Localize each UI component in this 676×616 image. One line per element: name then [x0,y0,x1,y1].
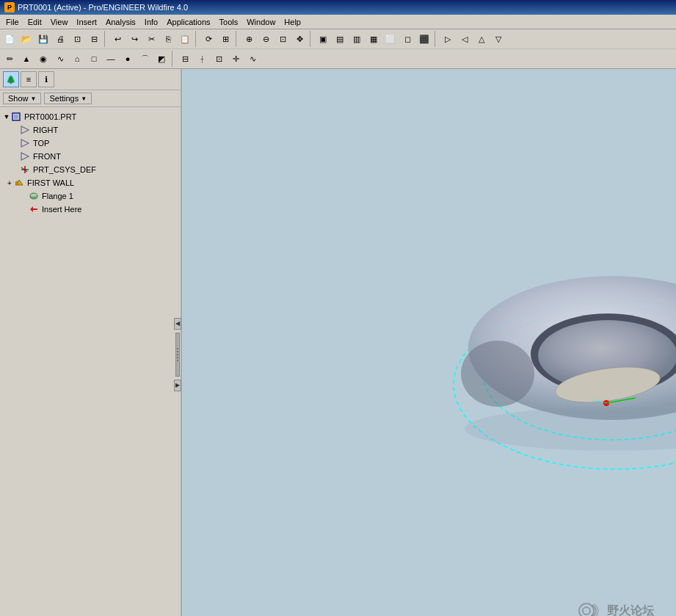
svg-marker-2 [21,126,29,134]
rib-button[interactable]: — [103,51,119,67]
zoom-in-button[interactable]: ⊕ [241,31,257,47]
cut-button[interactable]: ✂ [143,31,159,47]
curve-button[interactable]: ∿ [244,51,261,67]
expand-first-wall[interactable]: + [6,179,13,187]
datum-csys-button[interactable]: ✛ [228,51,244,67]
show-dropdown[interactable]: Show ▼ [3,93,41,104]
svg-marker-4 [21,153,29,160]
svg-point-9 [15,181,18,184]
round-button[interactable]: ⌒ [137,51,153,67]
first-wall-icon [13,177,25,189]
right-icon [19,124,31,136]
window-title: PRT0001 (Active) - Pro/ENGINEER Wildfire… [18,3,188,12]
hole-button[interactable]: ● [120,51,136,67]
tree-item-first-wall[interactable]: + FIRST WALL [1,176,179,189]
toolbar-area: 📄 📂 💾 🖨 ⊡ ⊟ ↩ ↪ ✂ ⎘ 📋 ⟳ ⊞ ⊕ ⊖ ⊡ ✥ [0,29,676,69]
revolve-button[interactable]: ◉ [35,51,51,67]
tree-view-button[interactable]: 🌲 [3,71,19,87]
title-bar: P PRT0001 (Active) - Pro/ENGINEER Wildfi… [0,0,676,15]
svg-point-20 [461,341,534,407]
display7-button[interactable]: ⬛ [416,31,432,47]
blend-button[interactable]: ⌂ [69,51,85,67]
menu-help[interactable]: Help [280,17,305,27]
svg-point-11 [30,193,37,198]
tree-item-root[interactable]: ▼ PRT0001.PRT [1,110,179,123]
expand-front [12,153,19,160]
feature-tools: ✏ ▲ ◉ ∿ ⌂ □ — ● ⌒ ◩ [1,51,170,67]
sep4 [310,31,313,47]
menu-analysis[interactable]: Analysis [101,17,140,27]
display-tools: ▣ ▤ ▥ ▦ ⬜ ◻ ⬛ [315,31,432,47]
settings-dropdown[interactable]: Settings ▼ [44,93,92,104]
svg-marker-3 [21,139,29,147]
tree-item-csys[interactable]: PRT_CSYS_DEF [1,163,179,176]
zoom-out-button[interactable]: ⊖ [258,31,274,47]
layer-view-button[interactable]: ≡ [21,71,37,87]
insert-icon [28,203,40,215]
save-button[interactable]: 💾 [35,31,51,47]
display2-button[interactable]: ▤ [332,31,348,47]
tree-item-insert[interactable]: Insert Here [1,203,179,216]
expand-panel-button[interactable]: ▶ [174,380,181,391]
extrude-button[interactable]: ▲ [18,51,34,67]
new-button[interactable]: 📄 [1,31,18,47]
collapse-panel-button[interactable]: ◀ [174,318,181,330]
menu-file[interactable]: File [1,17,23,27]
paste-button[interactable]: 📋 [177,31,193,47]
menu-info[interactable]: Info [140,17,162,27]
chamfer-button[interactable]: ◩ [153,51,170,67]
expand-right [12,126,19,134]
shell-button[interactable]: □ [86,51,102,67]
display4-button[interactable]: ▦ [366,31,382,47]
extra6-button[interactable]: ▽ [490,31,506,47]
datum-axis-button[interactable]: ⟊ [194,51,210,67]
extra3-button[interactable]: ▷ [440,31,456,47]
menu-window[interactable]: Window [242,17,280,27]
svg-point-27 [583,607,590,615]
undo-button[interactable]: ↩ [109,31,126,47]
watermark: 野火论坛 www.proewildfire.com [576,598,654,616]
menu-view[interactable]: View [46,17,73,27]
orient-button[interactable]: ⊞ [217,31,233,47]
left-panel: 🌲 ≡ ℹ Show ▼ Settings ▼ ▼ [0,69,182,616]
extra4-button[interactable]: ◁ [457,31,473,47]
tree-item-top[interactable]: TOP [1,137,179,150]
tree-item-front-label: FRONT [33,152,61,161]
open-button[interactable]: 📂 [18,31,34,47]
svg-rect-1 [14,115,18,119]
viewport[interactable]: 野火论坛 www.proewildfire.com [182,69,676,616]
display1-button[interactable]: ▣ [315,31,331,47]
repaint-button[interactable]: ⟳ [200,31,217,47]
display3-button[interactable]: ▥ [349,31,365,47]
menu-bar: File Edit View Insert Analysis Info Appl… [0,15,676,29]
zoom-window-button[interactable]: ⊡ [275,31,291,47]
menu-tools[interactable]: Tools [215,17,243,27]
sweep-button[interactable]: ∿ [52,51,68,67]
print-button[interactable]: 🖨 [52,31,68,47]
file-tools: 📄 📂 💾 🖨 ⊡ ⊟ [1,31,102,47]
sketch-button[interactable]: ✏ [1,51,18,67]
tree-item-right[interactable]: RIGHT [1,123,179,137]
tree-item-flange1[interactable]: Flange 1 [1,189,179,203]
display6-button[interactable]: ◻ [399,31,415,47]
top-icon [19,137,31,149]
redo-button[interactable]: ↪ [126,31,142,47]
model-info-button[interactable]: ℹ [38,71,54,87]
datum-plane-button[interactable]: ⊟ [177,51,193,67]
expand-flange1 [21,192,28,200]
extra1-button[interactable]: ⊡ [69,31,85,47]
zoom-tools: ⊕ ⊖ ⊡ ✥ [241,31,308,47]
extra5-button[interactable]: △ [473,31,490,47]
expand-insert [21,206,28,213]
display5-button[interactable]: ⬜ [382,31,399,47]
menu-applications[interactable]: Applications [162,17,214,27]
tree-item-front[interactable]: FRONT [1,150,179,163]
datum-point-button[interactable]: ⊡ [211,51,227,67]
menu-edit[interactable]: Edit [23,17,46,27]
sep2 [195,31,198,47]
pan-button[interactable]: ✥ [291,31,308,47]
extra2-button[interactable]: ⊟ [86,31,102,47]
copy-button[interactable]: ⎘ [160,31,176,47]
flange1-icon [28,190,40,202]
menu-insert[interactable]: Insert [72,17,101,27]
